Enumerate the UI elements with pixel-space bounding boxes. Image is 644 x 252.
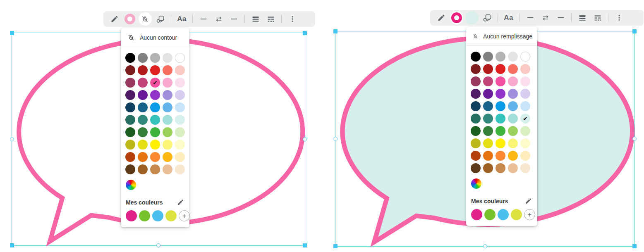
color-swatch[interactable] xyxy=(150,127,160,137)
color-swatch[interactable] xyxy=(508,89,518,99)
color-swatch[interactable] xyxy=(471,163,481,173)
color-swatch[interactable] xyxy=(150,115,160,125)
color-swatch[interactable] xyxy=(483,101,493,111)
resize-handle-bottom[interactable] xyxy=(156,243,160,247)
custom-color-wheel[interactable] xyxy=(471,178,481,189)
color-swatch[interactable] xyxy=(471,76,481,86)
color-swatch[interactable] xyxy=(125,53,135,63)
color-swatch[interactable] xyxy=(520,138,530,148)
line-end-button[interactable] xyxy=(553,10,568,26)
resize-handle-right[interactable] xyxy=(632,137,637,141)
color-swatch[interactable] xyxy=(508,138,518,148)
color-swatch[interactable] xyxy=(163,115,172,125)
fill-color-button[interactable] xyxy=(137,11,153,27)
color-swatch[interactable] xyxy=(471,151,481,161)
color-swatch[interactable] xyxy=(175,152,185,162)
resize-handle-right[interactable] xyxy=(303,137,307,141)
more-options-button[interactable] xyxy=(611,10,627,26)
text-button[interactable]: Aa xyxy=(501,10,516,26)
fill-color-button[interactable] xyxy=(464,10,479,26)
color-swatch[interactable] xyxy=(150,102,160,112)
color-swatch[interactable] xyxy=(138,152,148,162)
color-swatch[interactable] xyxy=(150,53,160,63)
text-button[interactable]: Aa xyxy=(174,11,189,27)
line-start-button[interactable] xyxy=(522,10,538,26)
color-swatch[interactable] xyxy=(163,164,172,174)
color-swatch[interactable] xyxy=(175,78,185,88)
change-shape-button[interactable] xyxy=(479,10,495,26)
color-swatch[interactable] xyxy=(175,53,185,63)
outline-color-button[interactable] xyxy=(122,11,137,27)
my-color-swatch[interactable] xyxy=(152,210,163,221)
custom-color-wheel[interactable] xyxy=(126,180,136,190)
color-swatch[interactable] xyxy=(496,151,505,161)
resize-handle-top-right[interactable] xyxy=(632,29,637,33)
color-swatch[interactable] xyxy=(496,52,505,62)
color-swatch[interactable] xyxy=(125,115,135,125)
color-swatch[interactable] xyxy=(163,65,172,75)
color-swatch[interactable] xyxy=(175,127,185,137)
color-swatch[interactable] xyxy=(508,101,518,111)
color-swatch[interactable] xyxy=(483,138,493,148)
color-swatch[interactable] xyxy=(163,90,172,100)
my-color-swatch[interactable] xyxy=(511,209,522,220)
color-swatch[interactable] xyxy=(163,127,172,137)
color-swatch[interactable] xyxy=(163,102,172,112)
add-color-button[interactable]: + xyxy=(524,209,535,220)
color-swatch[interactable] xyxy=(125,102,135,112)
my-color-swatch[interactable] xyxy=(484,209,496,220)
color-swatch[interactable] xyxy=(520,101,530,111)
color-swatch[interactable] xyxy=(483,151,493,161)
color-swatch[interactable] xyxy=(471,89,481,99)
edit-my-colors-button[interactable] xyxy=(177,199,184,206)
color-swatch[interactable] xyxy=(138,115,148,125)
my-color-swatch[interactable] xyxy=(126,210,137,221)
color-swatch[interactable] xyxy=(125,65,135,75)
color-swatch[interactable] xyxy=(138,140,148,150)
more-options-button[interactable] xyxy=(285,11,300,27)
color-swatch[interactable] xyxy=(150,90,160,100)
color-swatch[interactable] xyxy=(471,64,481,74)
resize-handle-bottom[interactable] xyxy=(483,244,487,248)
my-color-swatch[interactable] xyxy=(498,209,509,220)
change-shape-button[interactable] xyxy=(153,11,168,27)
color-swatch[interactable] xyxy=(496,138,505,148)
color-swatch[interactable] xyxy=(175,102,185,112)
color-swatch[interactable] xyxy=(138,90,148,100)
color-swatch[interactable] xyxy=(508,64,518,74)
line-weight-button[interactable] xyxy=(575,10,590,26)
color-swatch[interactable] xyxy=(508,52,518,62)
color-swatch[interactable] xyxy=(483,163,493,173)
line-weight-button[interactable] xyxy=(248,11,263,27)
edit-button[interactable] xyxy=(433,10,449,26)
line-end-button[interactable] xyxy=(226,11,242,27)
color-swatch[interactable] xyxy=(138,164,148,174)
color-swatch[interactable] xyxy=(125,127,135,137)
color-swatch[interactable] xyxy=(125,90,135,100)
color-swatch[interactable] xyxy=(520,64,530,74)
color-swatch[interactable] xyxy=(483,64,493,74)
resize-handle-bottom-right[interactable] xyxy=(303,243,307,247)
edit-my-colors-button[interactable] xyxy=(525,197,532,204)
color-swatch[interactable] xyxy=(483,76,493,86)
resize-handle-bottom-right[interactable] xyxy=(632,244,637,248)
resize-handle-left[interactable] xyxy=(333,137,338,141)
line-dash-button[interactable] xyxy=(263,11,278,27)
resize-handle-top-left[interactable] xyxy=(10,31,14,35)
color-swatch[interactable] xyxy=(483,126,493,136)
swap-direction-button[interactable] xyxy=(211,11,226,27)
color-swatch[interactable] xyxy=(520,76,530,86)
color-swatch[interactable] xyxy=(163,152,172,162)
color-swatch[interactable] xyxy=(138,53,148,63)
no-fill-option[interactable]: Aucun remplissage xyxy=(466,27,537,46)
color-swatch[interactable] xyxy=(508,126,518,136)
color-swatch[interactable] xyxy=(163,53,172,63)
color-swatch[interactable] xyxy=(471,126,481,136)
color-swatch[interactable] xyxy=(508,151,518,161)
line-start-button[interactable] xyxy=(196,11,211,27)
color-swatch[interactable] xyxy=(496,126,505,136)
color-swatch[interactable] xyxy=(496,163,505,173)
my-color-swatch[interactable] xyxy=(165,210,177,221)
color-swatch[interactable] xyxy=(496,101,505,111)
color-swatch[interactable] xyxy=(520,163,530,173)
